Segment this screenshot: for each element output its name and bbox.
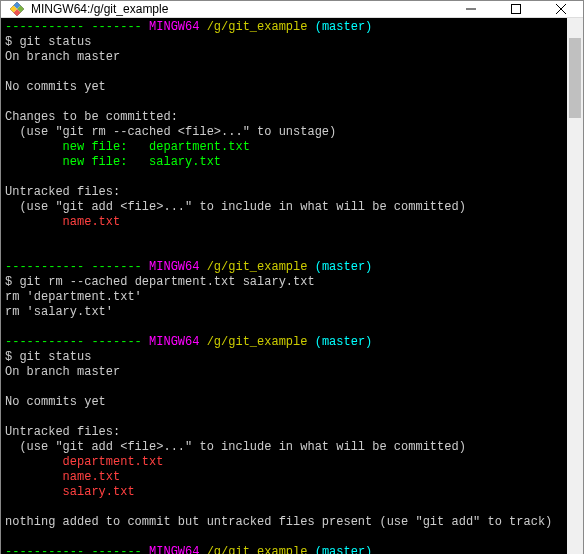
out-line: No commits yet — [5, 395, 106, 409]
scrollbar-thumb[interactable] — [569, 38, 581, 118]
path-label: /g/git_example — [207, 260, 308, 274]
env-label: MINGW64 — [149, 335, 199, 349]
path-label: /g/git_example — [207, 335, 308, 349]
out-line: On branch master — [5, 365, 120, 379]
out-line: Untracked files: — [5, 425, 120, 439]
branch-label: (master) — [315, 260, 373, 274]
out-line: (use "git rm --cached <file>..." to unst… — [5, 125, 336, 139]
out-line: nothing added to commit but untracked fi… — [5, 515, 552, 529]
cmd-git-rm: git rm --cached department.txt salary.tx… — [19, 275, 314, 289]
branch-label: (master) — [315, 20, 373, 34]
path-label: /g/git_example — [207, 545, 308, 554]
path-label: /g/git_example — [207, 20, 308, 34]
out-line: On branch master — [5, 50, 120, 64]
cmd-git-status: git status — [19, 350, 91, 364]
vertical-scrollbar[interactable] — [567, 18, 583, 554]
terminal-output[interactable]: ----------- ------- MINGW64 /g/git_examp… — [1, 18, 567, 554]
out-line: (use "git add <file>..." to include in w… — [5, 200, 466, 214]
out-line: Changes to be committed: — [5, 110, 178, 124]
out-line: rm 'salary.txt' — [5, 305, 113, 319]
untracked-file: name.txt — [5, 470, 120, 484]
out-line: No commits yet — [5, 80, 106, 94]
prompt-line: ----------- ------- — [5, 20, 142, 34]
prompt-line: ----------- ------- — [5, 260, 142, 274]
prompt-dollar: $ — [5, 275, 12, 289]
env-label: MINGW64 — [149, 260, 199, 274]
staged-file: new file: department.txt — [5, 140, 250, 154]
terminal-window: MINGW64:/g/git_example ----------- -----… — [0, 0, 584, 554]
out-line: (use "git add <file>..." to include in w… — [5, 440, 466, 454]
env-label: MINGW64 — [149, 20, 199, 34]
untracked-file: salary.txt — [5, 485, 135, 499]
untracked-file: department.txt — [5, 455, 163, 469]
close-button[interactable] — [538, 1, 583, 17]
prompt-line: ----------- ------- — [5, 335, 142, 349]
untracked-file: name.txt — [5, 215, 120, 229]
window-controls — [448, 1, 583, 17]
branch-label: (master) — [315, 545, 373, 554]
branch-label: (master) — [315, 335, 373, 349]
out-line: Untracked files: — [5, 185, 120, 199]
svg-rect-6 — [511, 5, 520, 14]
minimize-button[interactable] — [448, 1, 493, 17]
env-label: MINGW64 — [149, 545, 199, 554]
out-line: rm 'department.txt' — [5, 290, 142, 304]
app-icon — [9, 1, 25, 17]
cmd-git-status: git status — [19, 35, 91, 49]
maximize-button[interactable] — [493, 1, 538, 17]
terminal-area: ----------- ------- MINGW64 /g/git_examp… — [1, 18, 583, 554]
prompt-dollar: $ — [5, 350, 12, 364]
window-title: MINGW64:/g/git_example — [31, 2, 448, 16]
prompt-dollar: $ — [5, 35, 12, 49]
staged-file: new file: salary.txt — [5, 155, 221, 169]
titlebar[interactable]: MINGW64:/g/git_example — [1, 1, 583, 18]
prompt-line: ----------- ------- — [5, 545, 142, 554]
